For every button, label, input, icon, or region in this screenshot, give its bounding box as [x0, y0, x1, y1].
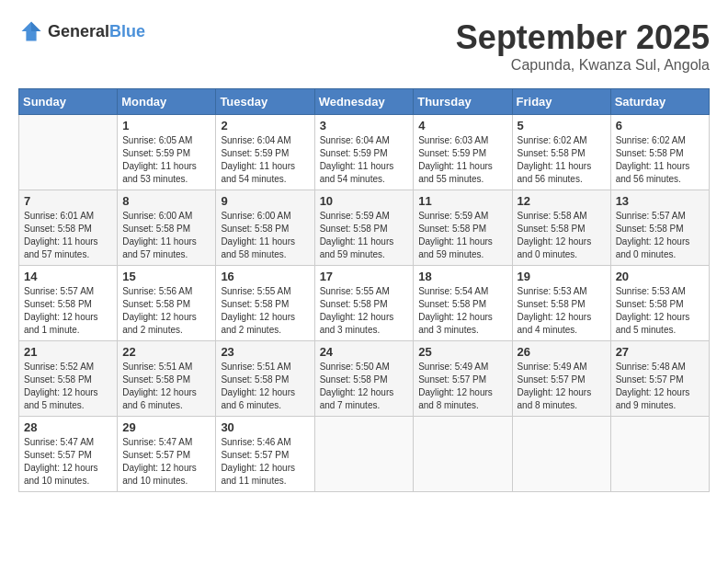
day-cell: 22Sunrise: 5:51 AMSunset: 5:58 PMDayligh…: [118, 341, 216, 417]
day-info: Sunrise: 5:55 AMSunset: 5:58 PMDaylight:…: [221, 285, 309, 337]
day-number: 24: [320, 345, 409, 359]
logo-general: General: [48, 22, 109, 40]
svg-marker-1: [31, 22, 41, 32]
day-info: Sunrise: 6:05 AMSunset: 5:59 PMDaylight:…: [122, 134, 210, 186]
day-cell: 13Sunrise: 5:57 AMSunset: 5:58 PMDayligh…: [610, 190, 709, 266]
header-day-sunday: Sunday: [19, 89, 118, 115]
day-info: Sunrise: 6:00 AMSunset: 5:58 PMDaylight:…: [221, 210, 309, 261]
month-title: September 2025: [456, 18, 710, 57]
day-cell: 2Sunrise: 6:04 AMSunset: 5:59 PMDaylight…: [216, 115, 314, 190]
day-cell: [414, 417, 512, 492]
day-info: Sunrise: 5:55 AMSunset: 5:58 PMDaylight:…: [320, 285, 409, 337]
day-number: 30: [221, 420, 309, 434]
day-info: Sunrise: 5:51 AMSunset: 5:58 PMDaylight:…: [122, 361, 210, 412]
day-number: 26: [518, 345, 606, 359]
day-info: Sunrise: 5:49 AMSunset: 5:57 PMDaylight:…: [418, 361, 506, 412]
day-cell: 29Sunrise: 5:47 AMSunset: 5:57 PMDayligh…: [118, 417, 216, 492]
day-cell: 27Sunrise: 5:48 AMSunset: 5:57 PMDayligh…: [610, 341, 709, 417]
day-cell: 5Sunrise: 6:02 AMSunset: 5:58 PMDaylight…: [512, 115, 610, 190]
day-number: 9: [221, 194, 309, 208]
day-number: 2: [221, 119, 309, 132]
header: GeneralBlue September 2025 Capunda, Kwan…: [18, 18, 710, 74]
day-number: 16: [221, 270, 309, 283]
day-info: Sunrise: 5:59 AMSunset: 5:58 PMDaylight:…: [320, 210, 409, 261]
day-number: 17: [320, 270, 409, 283]
day-number: 8: [122, 194, 210, 208]
week-row-5: 28Sunrise: 5:47 AMSunset: 5:57 PMDayligh…: [19, 417, 710, 492]
day-info: Sunrise: 5:57 AMSunset: 5:58 PMDaylight:…: [616, 210, 704, 261]
day-info: Sunrise: 5:47 AMSunset: 5:57 PMDaylight:…: [24, 436, 112, 488]
day-info: Sunrise: 5:53 AMSunset: 5:58 PMDaylight:…: [518, 285, 606, 337]
title-area: September 2025 Capunda, Kwanza Sul, Ango…: [456, 18, 710, 74]
day-cell: 4Sunrise: 6:03 AMSunset: 5:59 PMDaylight…: [414, 115, 512, 190]
header-day-wednesday: Wednesday: [314, 89, 414, 115]
day-number: 27: [616, 345, 704, 359]
day-cell: 18Sunrise: 5:54 AMSunset: 5:58 PMDayligh…: [414, 266, 512, 341]
day-number: 21: [24, 345, 112, 359]
day-number: 4: [418, 119, 506, 132]
day-number: 1: [122, 119, 210, 132]
day-cell: 21Sunrise: 5:52 AMSunset: 5:58 PMDayligh…: [19, 341, 118, 417]
day-info: Sunrise: 5:48 AMSunset: 5:57 PMDaylight:…: [616, 361, 704, 412]
day-cell: 16Sunrise: 5:55 AMSunset: 5:58 PMDayligh…: [216, 266, 314, 341]
day-number: 18: [418, 270, 506, 283]
day-cell: 28Sunrise: 5:47 AMSunset: 5:57 PMDayligh…: [19, 417, 118, 492]
day-cell: 1Sunrise: 6:05 AMSunset: 5:59 PMDaylight…: [118, 115, 216, 190]
day-info: Sunrise: 6:00 AMSunset: 5:58 PMDaylight:…: [122, 210, 210, 261]
day-info: Sunrise: 6:03 AMSunset: 5:59 PMDaylight:…: [418, 134, 506, 186]
day-cell: [512, 417, 610, 492]
week-row-4: 21Sunrise: 5:52 AMSunset: 5:58 PMDayligh…: [19, 341, 710, 417]
logo-blue: Blue: [109, 22, 145, 40]
day-number: 12: [518, 194, 606, 208]
day-number: 13: [616, 194, 704, 208]
day-cell: 9Sunrise: 6:00 AMSunset: 5:58 PMDaylight…: [216, 190, 314, 266]
day-info: Sunrise: 5:59 AMSunset: 5:58 PMDaylight:…: [418, 210, 506, 261]
day-info: Sunrise: 5:57 AMSunset: 5:58 PMDaylight:…: [24, 285, 112, 337]
day-cell: [19, 115, 118, 190]
day-info: Sunrise: 5:56 AMSunset: 5:58 PMDaylight:…: [122, 285, 210, 337]
day-info: Sunrise: 5:47 AMSunset: 5:57 PMDaylight:…: [122, 436, 210, 488]
day-number: 14: [24, 270, 112, 283]
day-number: 11: [418, 194, 506, 208]
day-cell: 20Sunrise: 5:53 AMSunset: 5:58 PMDayligh…: [610, 266, 709, 341]
day-info: Sunrise: 5:50 AMSunset: 5:58 PMDaylight:…: [320, 361, 409, 412]
day-cell: 7Sunrise: 6:01 AMSunset: 5:58 PMDaylight…: [19, 190, 118, 266]
day-cell: 6Sunrise: 6:02 AMSunset: 5:58 PMDaylight…: [610, 115, 709, 190]
day-info: Sunrise: 6:04 AMSunset: 5:59 PMDaylight:…: [320, 134, 409, 186]
day-number: 20: [616, 270, 704, 283]
logo-icon: [18, 18, 44, 44]
location-title: Capunda, Kwanza Sul, Angola: [456, 57, 710, 74]
day-number: 23: [221, 345, 309, 359]
calendar-header: SundayMondayTuesdayWednesdayThursdayFrid…: [19, 89, 710, 115]
day-cell: 26Sunrise: 5:49 AMSunset: 5:57 PMDayligh…: [512, 341, 610, 417]
day-info: Sunrise: 6:04 AMSunset: 5:59 PMDaylight:…: [221, 134, 309, 186]
week-row-3: 14Sunrise: 5:57 AMSunset: 5:58 PMDayligh…: [19, 266, 710, 341]
day-number: 6: [616, 119, 704, 132]
header-day-thursday: Thursday: [414, 89, 512, 115]
week-row-2: 7Sunrise: 6:01 AMSunset: 5:58 PMDaylight…: [19, 190, 710, 266]
day-info: Sunrise: 5:53 AMSunset: 5:58 PMDaylight:…: [616, 285, 704, 337]
day-number: 25: [418, 345, 506, 359]
logo: GeneralBlue: [18, 18, 145, 44]
day-cell: 12Sunrise: 5:58 AMSunset: 5:58 PMDayligh…: [512, 190, 610, 266]
day-cell: 23Sunrise: 5:51 AMSunset: 5:58 PMDayligh…: [216, 341, 314, 417]
day-cell: 8Sunrise: 6:00 AMSunset: 5:58 PMDaylight…: [118, 190, 216, 266]
day-cell: 17Sunrise: 5:55 AMSunset: 5:58 PMDayligh…: [314, 266, 414, 341]
day-cell: [314, 417, 414, 492]
week-row-1: 1Sunrise: 6:05 AMSunset: 5:59 PMDaylight…: [19, 115, 710, 190]
day-cell: 30Sunrise: 5:46 AMSunset: 5:57 PMDayligh…: [216, 417, 314, 492]
day-cell: 3Sunrise: 6:04 AMSunset: 5:59 PMDaylight…: [314, 115, 414, 190]
day-cell: 15Sunrise: 5:56 AMSunset: 5:58 PMDayligh…: [118, 266, 216, 341]
day-cell: 14Sunrise: 5:57 AMSunset: 5:58 PMDayligh…: [19, 266, 118, 341]
day-info: Sunrise: 6:01 AMSunset: 5:58 PMDaylight:…: [24, 210, 112, 261]
day-number: 19: [518, 270, 606, 283]
day-info: Sunrise: 5:52 AMSunset: 5:58 PMDaylight:…: [24, 361, 112, 412]
day-cell: [610, 417, 709, 492]
day-info: Sunrise: 6:02 AMSunset: 5:58 PMDaylight:…: [518, 134, 606, 186]
day-number: 22: [122, 345, 210, 359]
day-info: Sunrise: 5:51 AMSunset: 5:58 PMDaylight:…: [221, 361, 309, 412]
day-number: 3: [320, 119, 409, 132]
day-info: Sunrise: 5:46 AMSunset: 5:57 PMDaylight:…: [221, 436, 309, 488]
day-cell: 25Sunrise: 5:49 AMSunset: 5:57 PMDayligh…: [414, 341, 512, 417]
day-info: Sunrise: 6:02 AMSunset: 5:58 PMDaylight:…: [616, 134, 704, 186]
